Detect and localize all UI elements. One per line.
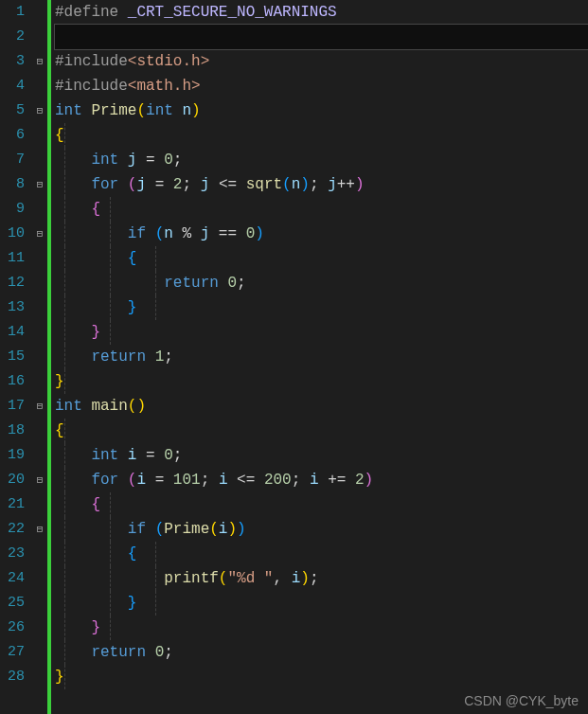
line-number: 26 bbox=[0, 616, 25, 640]
line-number: 17 bbox=[0, 394, 25, 419]
line-number: 25 bbox=[0, 591, 25, 616]
code-line[interactable]: return 0; bbox=[55, 271, 588, 295]
code-line[interactable]: { bbox=[55, 542, 588, 566]
fold-marker[interactable] bbox=[32, 25, 47, 49]
fold-marker[interactable] bbox=[32, 419, 47, 443]
line-number: 13 bbox=[0, 295, 25, 320]
fold-marker[interactable] bbox=[32, 665, 47, 689]
line-number: 12 bbox=[0, 271, 25, 295]
line-number: 15 bbox=[0, 345, 25, 369]
fold-marker[interactable] bbox=[32, 74, 47, 98]
code-line[interactable]: for (i = 101; i <= 200; i += 2) bbox=[55, 468, 588, 492]
line-number: 27 bbox=[0, 640, 25, 665]
fold-marker[interactable] bbox=[32, 197, 47, 222]
code-line[interactable]: { bbox=[55, 492, 588, 517]
fold-marker[interactable] bbox=[32, 566, 47, 591]
line-number: 6 bbox=[0, 123, 25, 148]
fold-marker[interactable]: ⊟ bbox=[32, 222, 47, 246]
code-line[interactable]: int j = 0; bbox=[55, 148, 588, 172]
line-number: 2 bbox=[0, 25, 25, 49]
code-line[interactable]: int main() bbox=[55, 394, 588, 419]
line-number: 14 bbox=[0, 320, 25, 345]
fold-marker[interactable] bbox=[32, 148, 47, 172]
fold-marker[interactable] bbox=[32, 591, 47, 616]
line-number: 4 bbox=[0, 74, 25, 98]
fold-marker[interactable]: ⊟ bbox=[32, 517, 47, 542]
fold-marker[interactable] bbox=[32, 295, 47, 320]
code-line[interactable]: if (Prime(i)) bbox=[55, 517, 588, 542]
fold-marker[interactable] bbox=[32, 0, 47, 25]
line-number: 9 bbox=[0, 197, 25, 222]
fold-marker[interactable] bbox=[32, 123, 47, 148]
code-line[interactable] bbox=[55, 25, 588, 49]
code-line[interactable]: if (n % j == 0) bbox=[55, 222, 588, 246]
code-line[interactable]: #define _CRT_SECURE_NO_WARNINGS bbox=[55, 0, 588, 25]
line-number: 7 bbox=[0, 148, 25, 172]
fold-marker[interactable] bbox=[32, 616, 47, 640]
line-number: 22 bbox=[0, 517, 25, 542]
fold-marker[interactable] bbox=[32, 271, 47, 295]
line-number: 1 bbox=[0, 0, 25, 25]
fold-marker[interactable]: ⊟ bbox=[32, 172, 47, 197]
fold-marker[interactable] bbox=[32, 345, 47, 369]
code-line[interactable]: #include<math.h> bbox=[55, 74, 588, 98]
fold-marker[interactable]: ⊟ bbox=[32, 394, 47, 419]
code-line[interactable]: return 0; bbox=[55, 640, 588, 665]
fold-marker[interactable]: ⊟ bbox=[32, 468, 47, 492]
code-line[interactable]: } bbox=[55, 591, 588, 616]
code-line[interactable]: { bbox=[55, 123, 588, 148]
code-line[interactable]: printf("%d ", i); bbox=[55, 566, 588, 591]
fold-marker[interactable] bbox=[32, 320, 47, 345]
code-line[interactable]: int i = 0; bbox=[55, 443, 588, 468]
line-number: 18 bbox=[0, 419, 25, 443]
line-number: 19 bbox=[0, 443, 25, 468]
code-line[interactable]: { bbox=[55, 246, 588, 271]
fold-marker[interactable] bbox=[32, 443, 47, 468]
line-number: 28 bbox=[0, 665, 25, 689]
line-number: 11 bbox=[0, 246, 25, 271]
code-line[interactable]: } bbox=[55, 369, 588, 394]
line-number: 8 bbox=[0, 172, 25, 197]
code-editor[interactable]: 1 2 3 4 5 6 7 8 9 10 11 12 13 14 15 16 1… bbox=[0, 0, 588, 714]
code-line[interactable]: { bbox=[55, 197, 588, 222]
code-line[interactable]: for (j = 2; j <= sqrt(n); j++) bbox=[55, 172, 588, 197]
line-number: 23 bbox=[0, 542, 25, 566]
fold-margin: ⊟ ⊟ ⊟ ⊟ ⊟ ⊟ ⊟ bbox=[32, 0, 51, 714]
fold-marker[interactable]: ⊟ bbox=[32, 49, 47, 74]
line-number: 3 bbox=[0, 49, 25, 74]
line-number-gutter: 1 2 3 4 5 6 7 8 9 10 11 12 13 14 15 16 1… bbox=[0, 0, 32, 714]
line-number: 24 bbox=[0, 566, 25, 591]
code-line[interactable]: int Prime(int n) bbox=[55, 98, 588, 123]
code-line[interactable]: } bbox=[55, 616, 588, 640]
code-area[interactable]: #define _CRT_SECURE_NO_WARNINGS #include… bbox=[53, 0, 588, 714]
code-line[interactable]: } bbox=[55, 665, 588, 689]
code-line[interactable]: { bbox=[55, 419, 588, 443]
line-number: 5 bbox=[0, 98, 25, 123]
code-line[interactable]: } bbox=[55, 320, 588, 345]
line-number: 10 bbox=[0, 222, 25, 246]
fold-marker[interactable] bbox=[32, 369, 47, 394]
code-line[interactable]: return 1; bbox=[55, 345, 588, 369]
line-number: 16 bbox=[0, 369, 25, 394]
fold-marker[interactable] bbox=[32, 246, 47, 271]
fold-marker[interactable] bbox=[32, 492, 47, 517]
code-line[interactable]: } bbox=[55, 295, 588, 320]
fold-marker[interactable] bbox=[32, 542, 47, 566]
line-number: 21 bbox=[0, 492, 25, 517]
watermark: CSDN @CYK_byte bbox=[464, 693, 579, 708]
fold-marker[interactable] bbox=[32, 640, 47, 665]
line-number: 20 bbox=[0, 468, 25, 492]
code-line[interactable]: #include<stdio.h> bbox=[55, 49, 588, 74]
fold-marker[interactable]: ⊟ bbox=[32, 98, 47, 123]
